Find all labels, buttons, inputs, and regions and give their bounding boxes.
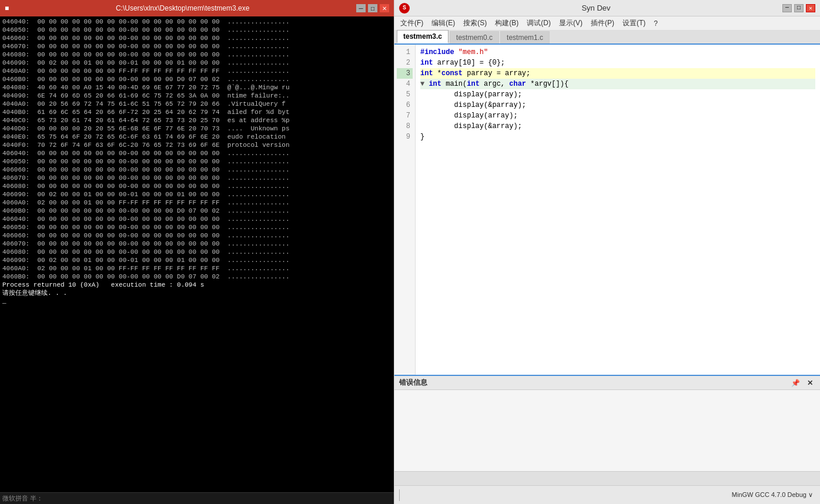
error-panel-title: 错误信息 bbox=[399, 378, 427, 388]
console-icon: ■ bbox=[5, 4, 9, 12]
console-line: 046070: 00 00 00 00 00 00 00 00-00 00 00… bbox=[2, 42, 391, 51]
console-line: 4060B0: 00 00 00 00 00 00 00 00-00 00 00… bbox=[2, 207, 391, 215]
console-line: 4040E0: 65 75 64 6F 20 72 65 6C-6F 63 61… bbox=[2, 133, 391, 141]
code-line: int array[10] = {0}; bbox=[420, 58, 815, 68]
console-statusbar: 微软拼音 半： bbox=[0, 492, 394, 504]
console-line: 406080: 00 00 00 00 00 00 00 00-00 00 00… bbox=[2, 182, 391, 190]
console-minimize-button[interactable]: ─ bbox=[356, 4, 366, 12]
code-line: display(parray); bbox=[420, 89, 815, 100]
console-line: 406070: 00 00 00 00 00 00 00 00-00 00 00… bbox=[2, 240, 391, 248]
editor-tab[interactable]: testmem0.c bbox=[450, 31, 499, 43]
menu-item[interactable]: 编辑(E) bbox=[428, 17, 458, 29]
console-line: 406070: 00 00 00 00 00 00 00 00-00 00 00… bbox=[2, 174, 391, 182]
editor-title: Syn Dev bbox=[410, 4, 782, 12]
line-number: 8 bbox=[397, 121, 413, 132]
menu-item[interactable]: 插件(P) bbox=[587, 17, 618, 29]
compiler-info-dropdown[interactable]: MinGW GCC 4.7.0 Debug ∨ bbox=[728, 491, 816, 499]
toolbar-separator bbox=[399, 489, 400, 501]
console-line: 404080: 40 60 40 00 A0 15 40 00-4D 69 6E… bbox=[2, 83, 391, 92]
code-line: ▼ int main(int argc, char *argv[]){ bbox=[420, 79, 815, 89]
toolbar: MinGW GCC 4.7.0 Debug ∨ bbox=[394, 485, 820, 504]
console-panel: ■ C:\Users\xlnx\Desktop\mem\testmem3.exe… bbox=[0, 0, 394, 504]
error-table bbox=[394, 390, 820, 471]
code-line: display(&array); bbox=[420, 121, 815, 132]
menu-item[interactable]: 显示(V) bbox=[555, 17, 586, 29]
console-titlebar: ■ C:\Users\xlnx\Desktop\mem\testmem3.exe… bbox=[0, 0, 394, 16]
tabs-bar: testmem3.ctestmem0.ctestmem1.c bbox=[394, 31, 820, 45]
console-win-controls: ─ □ ✕ bbox=[356, 4, 389, 12]
line-number: 5 bbox=[397, 89, 413, 100]
console-line: 4060B0: 00 00 00 00 00 00 00 00-00 00 00… bbox=[2, 273, 391, 281]
bottom-tabs bbox=[394, 471, 820, 485]
code-line: display(&parray); bbox=[420, 100, 815, 110]
code-line: #include "mem.h" bbox=[420, 47, 815, 58]
console-line: 404090: 6E 74 69 6D 65 20 66 61-69 6C 75… bbox=[2, 92, 391, 100]
line-number: 3 bbox=[397, 68, 413, 79]
app-icon: S bbox=[399, 3, 410, 14]
line-numbers: 123456789 bbox=[394, 45, 416, 375]
console-line: 4060A0: 02 00 00 00 01 00 00 FF-FF FF FF… bbox=[2, 264, 391, 273]
console-line: 046040: 00 00 00 00 00 00 00 00-00 00 00… bbox=[2, 18, 391, 26]
console-line: 406060: 00 00 00 00 00 00 00 00-00 00 00… bbox=[2, 166, 391, 174]
menu-item[interactable]: 设置(T) bbox=[619, 17, 649, 29]
code-line: } bbox=[420, 132, 815, 142]
line-number: 9 bbox=[397, 132, 413, 142]
error-panel-actions: 📌 ✕ bbox=[789, 378, 815, 388]
console-line: 406050: 00 00 00 00 00 00 00 00-00 00 00… bbox=[2, 223, 391, 231]
line-number: 1 bbox=[397, 47, 413, 58]
console-line: _ bbox=[2, 297, 391, 305]
bottom-panel: 错误信息 📌 ✕ bbox=[394, 375, 820, 504]
menu-item[interactable]: 构建(B) bbox=[491, 17, 522, 29]
error-panel-header: 错误信息 📌 ✕ bbox=[394, 376, 820, 390]
console-line: 4040D0: 00 00 00 00 20 20 55 6E-6B 6E 6F… bbox=[2, 125, 391, 133]
console-line: 406090: 00 02 00 00 01 00 00 00-01 00 00… bbox=[2, 190, 391, 199]
code-line: int *const parray = array; bbox=[420, 68, 815, 79]
menu-item[interactable]: 搜索(S) bbox=[460, 17, 490, 29]
line-number: 2 bbox=[397, 58, 413, 68]
console-line: 4060A0: 02 00 00 00 01 00 00 FF-FF FF FF… bbox=[2, 199, 391, 207]
editor-tab[interactable]: testmem3.c bbox=[397, 30, 449, 43]
console-line: 406040: 00 00 00 00 00 00 00 00-00 00 00… bbox=[2, 215, 391, 223]
menu-item[interactable]: 调试(D) bbox=[523, 17, 554, 29]
editor-tab[interactable]: testmem1.c bbox=[500, 31, 550, 43]
console-line: 0460A0: 00 00 00 00 00 00 00 FF-FF FF FF… bbox=[2, 67, 391, 75]
error-panel-close-button[interactable]: ✕ bbox=[805, 378, 815, 388]
line-number: 4 bbox=[397, 79, 413, 89]
editor-maximize-button[interactable]: □ bbox=[794, 4, 804, 12]
menubar: 文件(F)编辑(E)搜索(S)构建(B)调试(D)显示(V)插件(P)设置(T)… bbox=[394, 16, 820, 31]
editor-win-controls: ─ □ ✕ bbox=[782, 4, 815, 12]
console-ime-status: 微软拼音 半： bbox=[2, 494, 43, 503]
menu-item[interactable]: 文件(F) bbox=[397, 17, 427, 29]
line-number: 6 bbox=[397, 100, 413, 110]
console-line: Process returned 10 (0xA) execution time… bbox=[2, 281, 391, 289]
console-line: 406060: 00 00 00 00 00 00 00 00-00 00 00… bbox=[2, 231, 391, 240]
console-line: 046060: 00 00 00 00 00 00 00 00-00 00 00… bbox=[2, 34, 391, 42]
console-line: 046090: 00 02 00 00 01 00 00 00-01 00 00… bbox=[2, 59, 391, 67]
console-maximize-button[interactable]: □ bbox=[368, 4, 377, 12]
line-number: 7 bbox=[397, 110, 413, 121]
code-content[interactable]: #include "mem.h"int array[10] = {0};int … bbox=[416, 45, 820, 375]
console-line: 406090: 00 02 00 00 01 00 00 00-01 00 00… bbox=[2, 256, 391, 264]
console-line: 4040A0: 00 20 56 69 72 74 75 61-6C 51 75… bbox=[2, 100, 391, 108]
menu-item[interactable]: ? bbox=[650, 18, 661, 29]
editor-panel: S Syn Dev ─ □ ✕ 文件(F)编辑(E)搜索(S)构建(B)调试(D… bbox=[394, 0, 820, 504]
editor-titlebar: S Syn Dev ─ □ ✕ bbox=[394, 0, 820, 16]
console-line: 406040: 00 00 00 00 00 00 00 00-00 00 00… bbox=[2, 149, 391, 157]
console-line: 046080: 00 00 00 00 00 00 00 00-00 00 00… bbox=[2, 51, 391, 59]
console-close-button[interactable]: ✕ bbox=[380, 4, 389, 12]
editor-close-button[interactable]: ✕ bbox=[806, 4, 815, 12]
editor-area: 123456789 #include "mem.h"int array[10] … bbox=[394, 45, 820, 375]
console-line: 406050: 00 00 00 00 00 00 00 00-00 00 00… bbox=[2, 157, 391, 166]
code-line: display(array); bbox=[420, 110, 815, 121]
console-line: 请按任意键继续. . . bbox=[2, 289, 391, 297]
console-line: 4040C0: 65 73 20 61 74 20 61 64-64 72 65… bbox=[2, 116, 391, 125]
editor-minimize-button[interactable]: ─ bbox=[782, 4, 792, 12]
console-line: 4040B0: 61 69 6C 65 64 20 66 6F-72 20 25… bbox=[2, 108, 391, 116]
console-title: C:\Users\xlnx\Desktop\mem\testmem3.exe bbox=[9, 4, 356, 12]
error-panel-pin-button[interactable]: 📌 bbox=[789, 378, 802, 388]
console-line: 4040F0: 70 72 6F 74 6F 63 6F 6C-20 76 65… bbox=[2, 141, 391, 149]
console-line: 0460B0: 00 00 00 00 00 00 00 00-00 00 00… bbox=[2, 75, 391, 83]
console-line: 046050: 00 00 00 00 00 00 00 00-00 00 00… bbox=[2, 26, 391, 34]
console-line: 406080: 00 00 00 00 00 00 00 00-00 00 00… bbox=[2, 248, 391, 256]
console-output: 046040: 00 00 00 00 00 00 00 00-00 00 00… bbox=[0, 16, 394, 492]
